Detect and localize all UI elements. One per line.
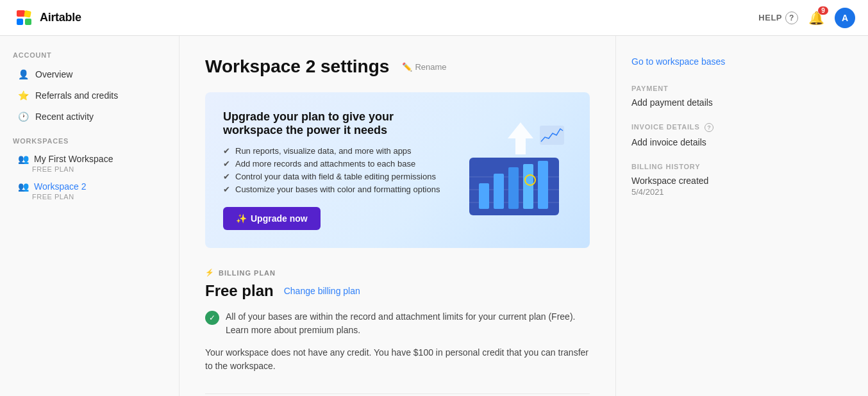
- check-icon-2: ✔: [223, 159, 230, 169]
- svg-rect-1: [17, 10, 25, 17]
- feature-text-4: Customize your bases with color and form…: [235, 185, 440, 194]
- workspace-2-plan: FREE PLAN: [32, 193, 161, 201]
- upgrade-btn-label: Upgrade now: [251, 213, 308, 224]
- upgrade-features-list: ✔ Run reports, visualize data, and more …: [223, 146, 444, 194]
- feature-text-2: Add more records and attachments to each…: [235, 159, 415, 169]
- payment-label: PAYMENT: [631, 85, 767, 92]
- notifications-button[interactable]: 🔔 9: [808, 10, 824, 26]
- svg-rect-10: [494, 174, 504, 209]
- add-payment-details-link[interactable]: Add payment details: [631, 97, 767, 108]
- upgrade-card-content: Upgrade your plan to give your workspace…: [223, 110, 444, 230]
- feature-text-3: Control your data with field & table edi…: [235, 172, 436, 181]
- invoice-section: INVOICE DETAILS ? Add invoice details: [631, 123, 767, 147]
- sidebar-item-overview[interactable]: 👤 Overview: [5, 64, 174, 85]
- invoice-label-text: INVOICE DETAILS: [631, 123, 700, 131]
- plan-status-text: All of your bases are within the record …: [226, 310, 590, 337]
- check-icon-4: ✔: [223, 185, 230, 194]
- invoice-help-icon: ?: [705, 123, 714, 132]
- plan-status-row: ✓ All of your bases are within the recor…: [205, 310, 590, 337]
- rename-label: Rename: [415, 62, 446, 72]
- sidebar-item-referrals[interactable]: ⭐ Referrals and credits: [5, 85, 174, 106]
- workspace-1-name-row: 👥 My First Workspace: [18, 154, 161, 164]
- sparkle-icon: ✨: [236, 213, 247, 224]
- svg-rect-12: [523, 164, 533, 209]
- upgrade-card: Upgrade your plan to give your workspace…: [205, 92, 590, 248]
- billing-plan-row: Free plan Change billing plan: [205, 282, 590, 300]
- svg-rect-13: [538, 161, 548, 209]
- invoice-label: INVOICE DETAILS ?: [631, 123, 767, 132]
- credit-notice: Your workspace does not have any credit.…: [205, 346, 590, 373]
- billing-plan-name: Free plan: [205, 282, 274, 300]
- workspace-2-name-row: 👥 Workspace 2: [18, 181, 161, 192]
- billable-collaborators-section: 👥 BILLABLE COLLABORATORS ?: [205, 393, 590, 396]
- workspace-2-name: Workspace 2: [34, 181, 86, 192]
- feature-text-1: Run reports, visualize data, and more wi…: [235, 146, 412, 156]
- clock-icon: 🕐: [18, 111, 29, 122]
- feature-item-1: ✔ Run reports, visualize data, and more …: [223, 146, 444, 156]
- plan-check-icon: ✓: [205, 311, 219, 325]
- workspace-people-icon-1: 👥: [18, 154, 29, 164]
- payment-section: PAYMENT Add payment details: [631, 85, 767, 108]
- svg-rect-2: [17, 19, 23, 25]
- sidebar-workspace-2[interactable]: 👥 Workspace 2 FREE PLAN: [5, 177, 174, 204]
- upgrade-card-title: Upgrade your plan to give your workspace…: [223, 110, 444, 137]
- svg-rect-9: [479, 183, 489, 209]
- workspaces-section-label: WORKSPACES: [0, 137, 179, 145]
- feature-item-3: ✔ Control your data with field & table e…: [223, 172, 444, 181]
- help-button[interactable]: HELP ?: [758, 12, 798, 24]
- sidebar-item-activity-label: Recent activity: [35, 111, 94, 122]
- layout: ACCOUNT 👤 Overview ⭐ Referrals and credi…: [0, 36, 868, 396]
- billing-history-item: Workspace created: [631, 176, 767, 186]
- sidebar-workspace-1[interactable]: 👥 My First Workspace FREE PLAN: [5, 150, 174, 177]
- billing-history-section: BILLING HISTORY Workspace created 5/4/20…: [631, 163, 767, 197]
- sidebar: ACCOUNT 👤 Overview ⭐ Referrals and credi…: [0, 36, 179, 396]
- topnav: Airtable HELP ? 🔔 9 A: [0, 0, 868, 36]
- lightning-icon: ⚡: [205, 268, 215, 277]
- billing-history-date: 5/4/2021: [631, 187, 767, 197]
- upgrade-now-button[interactable]: ✨ Upgrade now: [223, 207, 321, 230]
- sidebar-item-activity[interactable]: 🕐 Recent activity: [5, 106, 174, 127]
- billing-history-label: BILLING HISTORY: [631, 163, 767, 170]
- main-content: Workspace 2 settings ✏️ Rename Upgrade y…: [179, 36, 615, 396]
- go-to-workspace-bases-link[interactable]: Go to workspace bases: [631, 56, 767, 67]
- sidebar-item-referrals-label: Referrals and credits: [35, 90, 118, 101]
- account-section-label: ACCOUNT: [0, 51, 179, 59]
- sidebar-item-overview-label: Overview: [35, 69, 72, 79]
- airtable-logo-icon[interactable]: [13, 6, 36, 29]
- svg-rect-11: [508, 167, 519, 209]
- check-icon-1: ✔: [223, 146, 230, 156]
- rename-button[interactable]: ✏️ Rename: [397, 60, 451, 74]
- help-label: HELP: [758, 13, 782, 22]
- page-title-row: Workspace 2 settings ✏️ Rename: [205, 56, 590, 77]
- upgrade-card-illustration: [456, 119, 572, 222]
- billing-plan-section-label: ⚡ BILLING PLAN: [205, 268, 590, 277]
- help-icon: ?: [785, 12, 798, 24]
- svg-rect-3: [24, 10, 31, 18]
- svg-marker-14: [508, 122, 533, 154]
- feature-item-2: ✔ Add more records and attachments to ea…: [223, 159, 444, 169]
- check-icon-3: ✔: [223, 172, 230, 181]
- billing-plan-label: BILLING PLAN: [219, 269, 276, 277]
- overview-icon: 👤: [18, 69, 29, 79]
- pencil-icon: ✏️: [402, 62, 412, 72]
- logo-area: Airtable: [13, 6, 81, 29]
- workspace-1-plan: FREE PLAN: [32, 165, 161, 173]
- topnav-right: HELP ? 🔔 9 A: [758, 8, 855, 28]
- right-panel: Go to workspace bases PAYMENT Add paymen…: [615, 36, 782, 396]
- add-invoice-details-link[interactable]: Add invoice details: [631, 137, 767, 147]
- workspace-1-name: My First Workspace: [34, 154, 113, 164]
- notification-badge: 9: [818, 6, 828, 15]
- page-title: Workspace 2 settings: [205, 56, 389, 77]
- star-icon: ⭐: [18, 90, 29, 101]
- logo-text: Airtable: [40, 11, 81, 24]
- workspace-people-icon-2: 👥: [18, 181, 29, 192]
- svg-rect-4: [25, 19, 31, 25]
- avatar[interactable]: A: [835, 8, 855, 28]
- change-billing-plan-link[interactable]: Change billing plan: [284, 286, 360, 296]
- feature-item-4: ✔ Customize your bases with color and fo…: [223, 185, 444, 194]
